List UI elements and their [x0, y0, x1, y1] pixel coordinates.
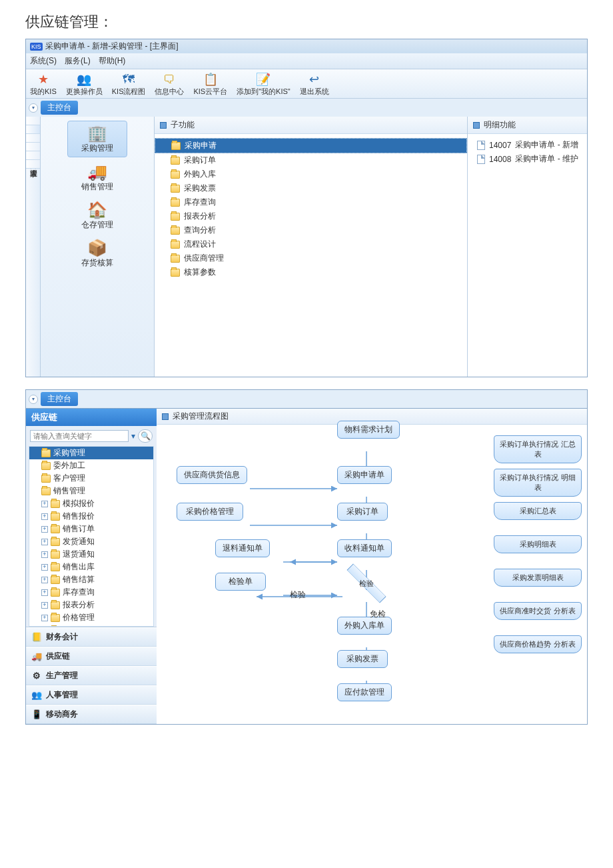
flow-node[interactable]: 采购价格管理	[177, 503, 243, 521]
detail-function-header: 明细功能	[468, 117, 587, 134]
expand-icon[interactable]: +	[41, 501, 48, 507]
tree-label: 销售订单	[63, 523, 95, 535]
report-link[interactable]: 供应商价格趋势 分析表	[494, 635, 582, 653]
menu-item[interactable]: 帮助(H)	[99, 56, 126, 65]
toolbar-button[interactable]: ↩退出系统	[300, 72, 329, 97]
toolbar-button[interactable]: ★我的KIS	[30, 72, 57, 97]
toolbar-button[interactable]: 📝添加到"我的KIS"	[237, 72, 291, 97]
tree-item[interactable]: +销售报价	[29, 510, 153, 523]
search-button[interactable]: 🔍	[138, 429, 153, 443]
sub-function-item[interactable]: 外购入库	[155, 167, 467, 181]
search-input[interactable]	[30, 430, 129, 442]
sub-function-item[interactable]: 查询分析	[155, 223, 467, 237]
report-link[interactable]: 采购明细表	[494, 535, 582, 553]
toolbar-button[interactable]: 🗺KIS流程图	[112, 72, 146, 97]
folder-icon	[51, 601, 60, 609]
tab-main-console[interactable]: 主控台	[41, 392, 78, 406]
expand-icon[interactable]: +	[41, 513, 48, 520]
sub-function-header: 子功能	[155, 117, 467, 134]
tree-item[interactable]: 客户管理	[29, 472, 153, 485]
expand-icon[interactable]: +	[41, 526, 48, 533]
report-link[interactable]: 采购汇总表	[494, 502, 582, 520]
tree-item[interactable]: 委外加工	[29, 459, 153, 472]
detail-function-item[interactable]: 14007采购申请单 - 新增	[468, 138, 587, 152]
bottom-nav-item[interactable]: 📒财务会计	[26, 627, 157, 647]
tree-item[interactable]: +销售结算	[29, 573, 153, 586]
sub-function-item[interactable]: 流程设计	[155, 237, 467, 251]
tree-item[interactable]: +价格管理	[29, 611, 153, 624]
flow-node[interactable]: 退料通知单	[215, 539, 270, 557]
flow-node[interactable]: 采购申请单	[337, 466, 392, 484]
sub-function-item[interactable]: 供应商管理	[155, 251, 467, 265]
vertical-tab[interactable]: 财务会计	[26, 117, 40, 125]
vertical-tab[interactable]: 供应链	[26, 125, 40, 134]
sub-function-item[interactable]: 报表分析	[155, 209, 467, 223]
sub-function-item[interactable]: 库存查询	[155, 195, 467, 209]
flow-node[interactable]: 采购发票	[337, 650, 388, 668]
expand-icon[interactable]: +	[41, 615, 48, 621]
module-item[interactable]: 🚚销售管理	[41, 160, 154, 195]
folder-icon	[171, 269, 180, 277]
flow-node[interactable]: 检验单	[215, 573, 266, 591]
module-item[interactable]: 🏢采购管理	[67, 121, 127, 157]
vertical-tab[interactable]: 人事管理	[26, 160, 40, 169]
toolbar-label: KIS云平台	[193, 87, 227, 97]
folder-icon	[41, 475, 51, 483]
tab-dropdown-icon[interactable]: ▾	[29, 395, 38, 404]
sub-function-list: 采购申请采购订单外购入库采购发票库存查询报表分析查询分析流程设计供应商管理核算参…	[155, 134, 467, 283]
tree-item[interactable]: +退货通知	[29, 548, 153, 561]
flow-node[interactable]: 应付款管理	[337, 683, 392, 701]
report-link[interactable]: 采购订单执行情况 汇总表	[494, 435, 582, 463]
report-link[interactable]: 采购订单执行情况 明细表	[494, 469, 582, 497]
flow-node[interactable]: 供应商供货信息	[177, 466, 247, 484]
tree-item[interactable]: 采购管理	[29, 447, 153, 459]
sub-function-item[interactable]: 采购发票	[155, 181, 467, 195]
window-title: 采购申请单 - 新增-采购管理 - [主界面]	[45, 41, 179, 52]
bottom-nav-item[interactable]: 🚚供应链	[26, 647, 157, 666]
module-item[interactable]: 📦存货核算	[41, 236, 154, 271]
vertical-tab[interactable]: 系统设置	[26, 143, 40, 151]
flow-node[interactable]: 收料通知单	[337, 539, 392, 557]
expand-icon[interactable]: +	[41, 602, 48, 609]
flow-node[interactable]: 物料需求计划	[337, 421, 400, 439]
sub-function-item[interactable]: 采购订单	[155, 153, 467, 167]
expand-icon[interactable]: +	[41, 589, 48, 596]
sub-function-item[interactable]: 核算参数	[155, 265, 467, 279]
toolbar-button[interactable]: 📋KIS云平台	[193, 72, 227, 97]
detail-function-item[interactable]: 14008采购申请单 - 维护	[468, 152, 587, 166]
expand-icon[interactable]: +	[41, 551, 48, 558]
tab-main-console[interactable]: 主控台	[41, 101, 78, 115]
tree-item[interactable]: +库存查询	[29, 586, 153, 599]
menu-item[interactable]: 系统(S)	[30, 56, 57, 65]
sub-function-item[interactable]: 采购申请	[155, 138, 467, 153]
menu-item[interactable]: 服务(L)	[65, 56, 91, 65]
module-item[interactable]: 🏠仓存管理	[41, 198, 154, 233]
tree-item[interactable]: 销售管理	[29, 485, 153, 497]
toolbar-button[interactable]: 👥更换操作员	[66, 72, 103, 97]
bottom-nav-item[interactable]: ⚙生产管理	[26, 666, 157, 685]
expand-icon[interactable]: +	[41, 577, 48, 583]
tab-dropdown-icon[interactable]: ▾	[29, 103, 38, 113]
bottom-nav-item[interactable]: 📱移动商务	[26, 705, 157, 724]
bottom-nav-item[interactable]: 👥人事管理	[26, 685, 157, 705]
tree-label: 采购管理	[53, 447, 85, 459]
tree-item[interactable]: +报表分析	[29, 599, 153, 611]
expand-icon[interactable]: +	[41, 564, 48, 571]
flow-node[interactable]: 采购订单	[337, 503, 388, 521]
toolbar-button[interactable]: 🗨信息中心	[155, 72, 184, 97]
tree-item[interactable]: +销售订单	[29, 523, 153, 535]
expand-icon[interactable]: +	[41, 539, 48, 545]
chevron-down-icon[interactable]: ▾	[131, 431, 135, 441]
toolbar-label: KIS流程图	[112, 87, 146, 97]
nav-tree: 采购管理委外加工客户管理销售管理+模拟报价+销售报价+销售订单+发货通知+退货通…	[29, 446, 154, 627]
report-link[interactable]: 供应商准时交货 分析表	[494, 602, 582, 620]
report-link[interactable]: 采购发票明细表	[494, 569, 582, 587]
flow-decision[interactable]: 检验	[343, 573, 390, 593]
vertical-tab[interactable]: 生产管理	[26, 134, 40, 143]
folder-icon	[171, 241, 180, 249]
tree-item[interactable]: +销售出库	[29, 561, 153, 573]
tree-item[interactable]: +发货通知	[29, 535, 153, 548]
vertical-tab[interactable]: 移动商务	[26, 151, 40, 160]
tree-item[interactable]: +模拟报价	[29, 497, 153, 510]
tree-label: 发货通知	[63, 536, 95, 547]
